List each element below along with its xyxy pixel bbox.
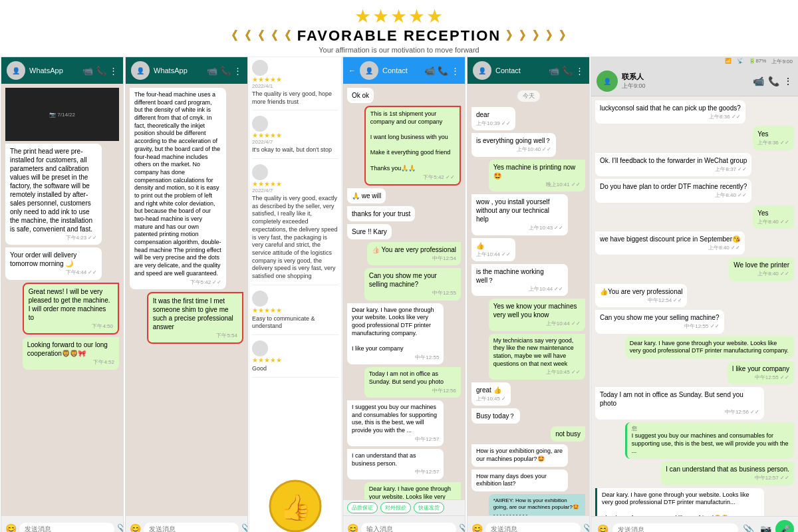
- video-icon-3[interactable]: 📹: [424, 66, 435, 76]
- msg-5-12: Today I am not in office as Sunday. But …: [595, 387, 764, 419]
- camera-icon-5[interactable]: 📷: [758, 522, 773, 532]
- chat4-input[interactable]: [485, 523, 581, 533]
- review-text-2: It's okay to wait, but don't stop: [252, 146, 338, 154]
- menu-icon-3[interactable]: ⋮: [451, 66, 460, 76]
- menu-icon-4[interactable]: ⋮: [575, 66, 584, 76]
- chat1-input[interactable]: [19, 523, 114, 533]
- chat4-input-bar[interactable]: 😊 📎 📷 🎤: [467, 515, 589, 532]
- review-1: ★★★★★ 2022/4/1 The quality is very good,…: [252, 60, 338, 110]
- msg-3-9: Today I am not in office as Sunday. But …: [364, 367, 461, 398]
- msg-3-1: Ok ok: [347, 88, 374, 103]
- msg-3-8: Dear kary. I have gone through your webs…: [347, 303, 444, 365]
- chat1-input-bar[interactable]: 😊 📎 📷 🎤: [1, 515, 123, 532]
- chat2-input[interactable]: [144, 523, 239, 533]
- msg-3-2: This is 1st shipment your company and ou…: [364, 106, 461, 186]
- review-stars-4: ★★★★★: [252, 307, 338, 314]
- menu-icon-5[interactable]: ⋮: [783, 76, 793, 86]
- msg-3-12: Dear kary. I have gone through your webs…: [364, 482, 461, 499]
- menu-icon[interactable]: ⋮: [109, 66, 118, 76]
- call-icon[interactable]: 📞: [96, 66, 106, 76]
- msg-1-2: Your order will delivery tomorrow mornin…: [5, 247, 102, 279]
- image-placeholder-1: 📷 7/14/22: [5, 88, 119, 141]
- quick-reply-1[interactable]: 品质保证: [347, 502, 378, 513]
- review-stars-2: ★★★★★: [252, 132, 338, 139]
- chat3-header: ← 👤 Contact 📹 📞 ⋮: [343, 57, 465, 84]
- attachment-icon-4[interactable]: 📎: [583, 521, 590, 532]
- attachment-icon[interactable]: 📎: [117, 521, 124, 532]
- msg-5-6: we have biggest discount price in Septem…: [595, 231, 745, 255]
- emoji-icon[interactable]: 😊: [5, 521, 17, 532]
- chat-column-1: 👤 WhatsApp 📹 📞 ⋮ 📷 7/14/22 The print hea…: [1, 57, 124, 532]
- chat1-title: WhatsApp: [29, 66, 78, 74]
- msg-5-4: Do you have plan to order DTF machine re…: [595, 179, 751, 202]
- msg-5-11: I like your company中午12:55 ✓✓: [728, 361, 794, 384]
- msg-3-7: Can you show me your selling machine? 中午…: [364, 268, 461, 300]
- msg-4-11: not busy: [551, 426, 585, 442]
- msg-3-11: I can understand that as business person…: [347, 449, 444, 479]
- msg-4-1: dear 上午10:39 ✓✓: [471, 107, 515, 130]
- subtitle: Your affirmation is our motivation to mo…: [0, 46, 798, 54]
- msg-1-3: Great news! I will be very pleased to ge…: [23, 283, 119, 334]
- menu-icon-2[interactable]: ⋮: [233, 66, 242, 76]
- back-icon[interactable]: ←: [348, 66, 356, 74]
- msg-4-8: My technicians say very good, they like …: [489, 334, 585, 380]
- review-text-1: The quality is very good, hope more frie…: [252, 90, 338, 106]
- call-icon-3[interactable]: 📞: [438, 66, 448, 76]
- msg-4-7: Yes we know your machines very well you …: [489, 299, 585, 331]
- msg-4-9: great 👍上午10:45 ✓: [471, 382, 511, 406]
- chat-column-3: ← 👤 Contact 📹 📞 ⋮ Ok ok This is 1st ship…: [342, 57, 466, 532]
- attachment-icon-2[interactable]: 📎: [241, 521, 248, 532]
- arrows-left: 《《《《《: [225, 28, 292, 44]
- chat5-name: 联系人: [622, 72, 749, 82]
- msg-4-6: is the machine working well？上午10:44 ✓✓: [471, 264, 568, 296]
- chat5-status: 上午9:00: [622, 82, 749, 90]
- review-4: ★★★★★ Easy to communicate & understand: [252, 291, 338, 335]
- review-avatar-1: [252, 60, 268, 76]
- msg-3-5: Sure !! Kary: [347, 224, 392, 239]
- msg-3-6: 👍🏻 You are very professional 中午12:54: [367, 242, 461, 265]
- chat3-input-bar[interactable]: 😊 📎 📷 🎤: [343, 515, 465, 532]
- arrows-right: 》》》》》: [506, 28, 573, 44]
- chat5-avatar: 👤: [597, 70, 618, 92]
- msg-5-8: 👍You are very professional中午12:54 ✓✓: [595, 284, 687, 307]
- review-stars-1: ★★★★★: [252, 76, 338, 83]
- call-icon-5[interactable]: 📞: [768, 76, 779, 86]
- msg-4-10: Busy today？: [471, 408, 520, 424]
- chat5-input-bar[interactable]: 😊 📎 📷 🎤: [591, 516, 798, 532]
- msg-5-14: I can understand that as business person…: [661, 462, 794, 485]
- attachment-icon-5[interactable]: 📎: [741, 522, 755, 532]
- msg-4-12: How is your exhibition going, are our ma…: [471, 444, 568, 466]
- video-icon-5[interactable]: 📹: [753, 76, 764, 86]
- thumbs-up-badge: 👍: [269, 479, 322, 532]
- msg-5-1: luckyconsol said that he can pick up the…: [595, 100, 745, 124]
- video-icon-4[interactable]: 📹: [549, 66, 559, 76]
- msg-4-2: is everything going well？上午10:40 ✓✓: [471, 133, 556, 156]
- video-icon[interactable]: 📹: [82, 66, 93, 76]
- chat5-input[interactable]: [612, 523, 738, 533]
- quick-reply-2[interactable]: 对外报价: [380, 502, 411, 513]
- chat3-quick-replies[interactable]: 品质保证 对外报价 快速发货: [343, 499, 465, 515]
- header: ★★★★★ 《《《《《 FAVORABLE RECEPTION 》》》》》 Yo…: [0, 0, 798, 57]
- emoji-icon-4[interactable]: 😊: [471, 521, 483, 532]
- msg-3-4: thanks for your trust: [347, 206, 415, 221]
- call-icon-4[interactable]: 📞: [562, 66, 573, 76]
- attachment-icon-3[interactable]: 📎: [459, 521, 466, 532]
- review-text-5: Good: [252, 365, 338, 373]
- chat2-header: 👤 WhatsApp 📹 📞 ⋮: [126, 57, 247, 84]
- review-stars-3: ★★★★★: [252, 180, 338, 188]
- msg-2-1: The four-head machine uses a different b…: [130, 88, 226, 289]
- call-icon-2[interactable]: 📞: [220, 66, 231, 76]
- chat4-header: 👤 Contact 📹 📞 ⋮: [467, 57, 589, 84]
- video-icon-2[interactable]: 📹: [207, 66, 217, 76]
- chat-column-2: 👤 WhatsApp 📹 📞 ⋮ The four-head machine u…: [125, 57, 248, 532]
- review-avatar-5: [252, 340, 268, 356]
- chat3-input[interactable]: [361, 523, 456, 533]
- emoji-icon-5[interactable]: 😊: [595, 522, 610, 532]
- mic-btn-5[interactable]: 🎤: [775, 520, 794, 532]
- chat2-avatar: 👤: [131, 61, 150, 80]
- review-5: ★★★★★ Good: [252, 340, 338, 378]
- emoji-icon-2[interactable]: 😊: [130, 521, 141, 532]
- emoji-icon-3[interactable]: 😊: [347, 521, 358, 532]
- quick-reply-3[interactable]: 快速发货: [414, 502, 444, 513]
- chat2-input-bar[interactable]: 😊 📎 📷 🎤: [126, 515, 247, 532]
